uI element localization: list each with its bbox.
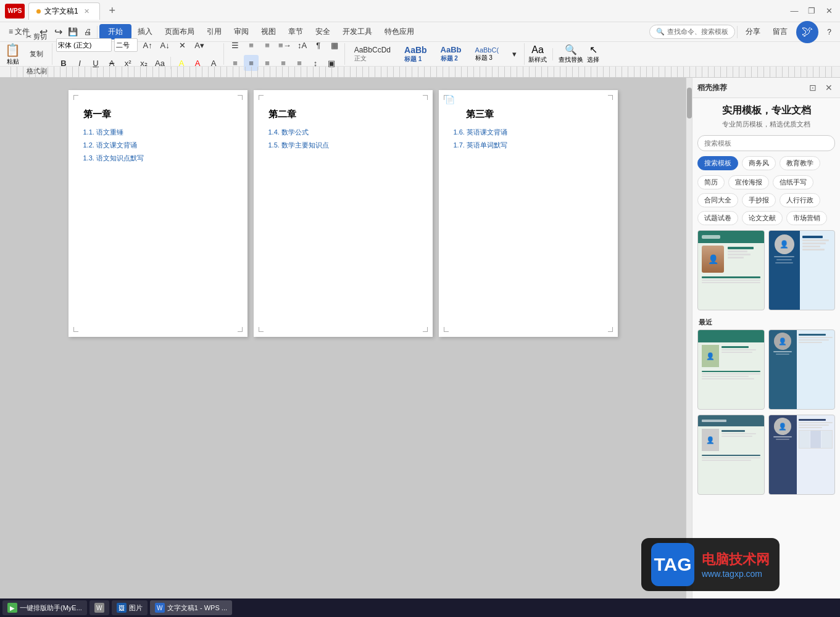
new-style-group: Aa 新样式 🔍 查找替换 ↖ 选择 [526, 43, 602, 65]
tpl1-line2 [728, 251, 747, 252]
section-2-2: 1.5. 数学主要知识点 [268, 141, 418, 150]
tpl4-layout: 👤 [769, 330, 835, 409]
menu-search-box[interactable]: 🔍 查找命令、搜索模板 [649, 25, 735, 39]
titlebar-close-button[interactable]: ✕ [823, 5, 835, 17]
font-options-button[interactable]: A▾ [192, 37, 207, 53]
quick-tag-letter[interactable]: 信纸手写 [773, 175, 813, 189]
tpl5-photo: 👤 [702, 429, 719, 451]
more-styles-button[interactable]: ▾ [507, 46, 522, 62]
template-thumb-3[interactable]: 👤 [697, 329, 765, 410]
tpl2-m-line4 [802, 246, 820, 247]
new-tab-button[interactable]: + [104, 2, 121, 20]
outline-button[interactable]: ≡ [260, 37, 275, 53]
tpl6-m-line3 [799, 424, 830, 426]
titlebar-controls: — ❐ ✕ [788, 5, 835, 17]
tpl6-layout: 👤 [769, 415, 835, 494]
filter-tab-business[interactable]: 商务风 [742, 156, 776, 170]
numbering-button[interactable]: ≡ [244, 37, 259, 53]
quick-tag-poster[interactable]: 宣传海报 [728, 175, 769, 189]
cut-button[interactable]: ✂ 剪切 [23, 29, 49, 45]
borders-button[interactable]: ▦ [327, 37, 342, 53]
find-replace-button[interactable]: 🔍 查找替换 [559, 44, 583, 64]
style-normal[interactable]: AaBbCcDd 正文 [349, 43, 396, 65]
indent-button[interactable]: ≡→ [276, 37, 294, 53]
tpl1-line4 [728, 257, 744, 259]
titlebar-minimize-button[interactable]: — [788, 5, 800, 17]
paste-icon: 📋 [5, 43, 20, 57]
quick-tag-marketing[interactable]: 市场营销 [786, 211, 827, 225]
document-tab[interactable]: 文字文稿1 ✕ [28, 2, 100, 20]
showhide-button[interactable]: ¶ [311, 37, 326, 53]
promo-sub: 专业简历模板，精选优质文档 [697, 120, 835, 129]
menu-share[interactable]: 分享 [739, 24, 767, 39]
tpl3-line1 [721, 346, 749, 348]
taskbar-item-排版助手[interactable]: ▶ 一键排版助手(MyE... [2, 600, 87, 615]
menu-comment[interactable]: 留言 [767, 24, 794, 39]
tpl3-photo: 👤 [702, 345, 719, 367]
titlebar-restore-button[interactable]: ❐ [805, 5, 818, 17]
tpl4-main [797, 330, 835, 409]
taskbar-item-picture[interactable]: 🖼 图片 [112, 600, 148, 615]
filter-tab-search[interactable]: 搜索模板 [697, 156, 738, 170]
select-button[interactable]: ↖ 选择 [587, 44, 599, 64]
user-avatar[interactable]: 🕊 [796, 21, 818, 43]
quick-tag-contract[interactable]: 合同大全 [697, 193, 738, 207]
tpl4-avatar: 👤 [774, 333, 791, 350]
vertical-scrollbar[interactable] [686, 78, 692, 598]
taskbar-item-unknown[interactable]: W [89, 600, 109, 615]
bullets-button[interactable]: ☰ [228, 37, 243, 53]
quick-tag-paper[interactable]: 论文文献 [742, 211, 783, 225]
tpl6-cell3 [821, 431, 832, 448]
tab-modified-dot [36, 9, 41, 14]
tpl3-line6 [702, 378, 754, 379]
decrease-font-button[interactable]: A↓ [157, 37, 172, 53]
template-search-input[interactable] [697, 135, 835, 151]
quick-tag-exam[interactable]: 试题试卷 [697, 211, 738, 225]
ruler-main [11, 67, 834, 77]
paste-button[interactable]: 📋 粘贴 [5, 43, 20, 66]
font-group: A↑ A↓ ✕ A▾ B I U A x² x₂ Aa A A A [54, 43, 224, 65]
new-style-button[interactable]: Aa 新样式 [528, 44, 547, 64]
quick-tag-resume[interactable]: 简历 [697, 175, 725, 189]
search-icon: 🔍 [656, 28, 665, 36]
sort-button[interactable]: ↕A [295, 37, 310, 53]
panel-expand-icon[interactable]: ⊡ [807, 81, 819, 94]
tpl6-m-line2 [799, 422, 833, 423]
main-container: 第一章 1.1. 语文重锤 1.2. 语文课文背诵 1.3. 语文知识点默写 第… [0, 78, 840, 598]
document-area[interactable]: 第一章 1.1. 语文重锤 1.2. 语文课文背诵 1.3. 语文知识点默写 第… [0, 78, 686, 598]
tpl2-s-line2 [776, 259, 792, 260]
template-thumb-2[interactable]: 👤 [768, 230, 836, 310]
tab-close-button[interactable]: ✕ [82, 6, 92, 16]
template-thumb-4[interactable]: 👤 [768, 329, 836, 410]
copy-button[interactable]: 复制 [23, 46, 49, 62]
template-thumb-5[interactable]: 👤 [697, 415, 765, 495]
style-h3[interactable]: AaBbC( 标题 3 [470, 43, 505, 65]
font-name-input[interactable] [56, 38, 112, 52]
tpl5-lines [698, 455, 764, 461]
taskbar: ▶ 一键排版助手(MyE... W 🖼 图片 W 文字文稿1 - WPS ... [0, 598, 840, 617]
page-3: 📄 第三章 1.6. 英语课文背诵 1.7. 英语单词默写 [439, 90, 618, 337]
scrollbar-thumb [687, 88, 692, 118]
template-thumb-6[interactable]: 👤 [768, 415, 836, 495]
quick-tags-row: 简历 宣传海报 信纸手写 合同大全 手抄报 人行行政 试题试卷 论文文献 市场营… [697, 175, 835, 225]
style-h1[interactable]: AaBb 标题 1 [399, 43, 433, 65]
style-h2[interactable]: AaBb 标题 2 [435, 43, 467, 65]
tpl1-footer [698, 276, 764, 283]
chapter-2-title: 第二章 [268, 109, 418, 120]
template-thumb-1[interactable]: 👤 [697, 230, 765, 310]
panel-close-icon[interactable]: ✕ [823, 81, 835, 94]
menu-features[interactable]: 特色应用 [378, 24, 420, 39]
tpl5-header [698, 415, 764, 426]
quick-tag-report[interactable]: 手抄报 [742, 193, 776, 207]
menu-dev[interactable]: 开发工具 [336, 24, 378, 39]
clear-format-button[interactable]: ✕ [175, 37, 189, 53]
font-size-input[interactable] [114, 38, 138, 52]
section-3-2: 1.7. 英语单词默写 [454, 141, 603, 150]
font-selectors: A↑ A↓ ✕ A▾ B I U A x² x₂ Aa A A A [56, 37, 221, 71]
taskbar-item-wps[interactable]: W 文字文稿1 - WPS ... [150, 600, 232, 615]
filter-tab-edu[interactable]: 教育教学 [780, 156, 820, 170]
menu-help[interactable]: ? [821, 25, 838, 39]
increase-font-button[interactable]: A↑ [140, 37, 155, 53]
quick-tag-admin[interactable]: 人行行政 [780, 193, 820, 207]
find-replace-icon: 🔍 [565, 44, 577, 56]
